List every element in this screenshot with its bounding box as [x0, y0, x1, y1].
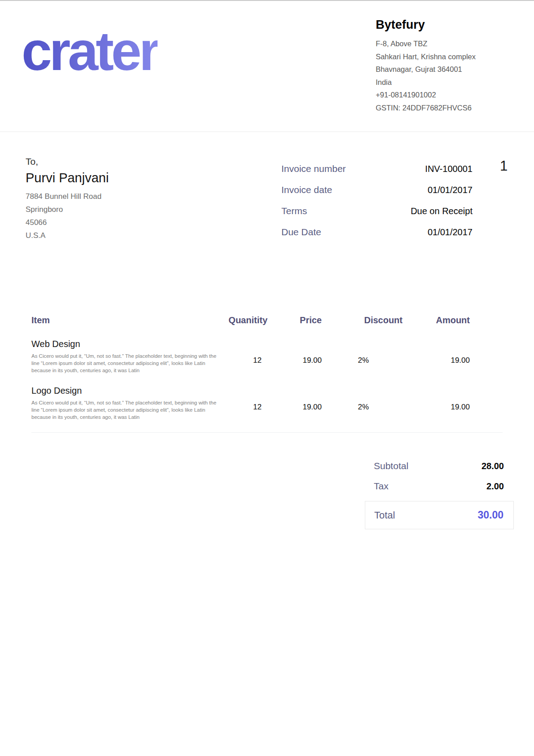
total-value: 30.00 — [477, 509, 503, 521]
invoice-date-label: Invoice date — [281, 185, 332, 195]
table-row: Web Design As Cicero would put it, “Um, … — [31, 339, 470, 374]
customer-address-line: 7884 Bunnel Hill Road — [26, 190, 109, 203]
bill-to-block: To, Purvi Panjvani 7884 Bunnel Hill Road… — [26, 156, 109, 248]
subtotal-label: Subtotal — [374, 461, 408, 471]
tax-label: Tax — [374, 481, 389, 492]
customer-address-line: 45066 — [26, 216, 109, 229]
column-header-quantity: Quanitity — [218, 315, 267, 325]
terms-label: Terms — [281, 206, 307, 216]
crater-logo: crater — [22, 27, 158, 76]
invoice-number-row: Invoice number INV-100001 — [281, 163, 473, 174]
item-name: Logo Design — [31, 386, 218, 396]
bill-to-label: To, — [26, 156, 109, 167]
invoice-date-value: 01/01/2017 — [428, 185, 473, 195]
items-table-header: Item Quanitity Price Discount Amount — [31, 315, 470, 325]
item-name: Web Design — [31, 339, 218, 349]
tax-row: Tax 2.00 — [365, 481, 514, 492]
due-date-label: Due Date — [281, 227, 321, 237]
column-header-price: Price — [267, 315, 322, 325]
tax-value: 2.00 — [486, 481, 504, 492]
invoice-date-row: Invoice date 01/01/2017 — [281, 185, 473, 195]
item-cell: Web Design As Cicero would put it, “Um, … — [31, 339, 218, 374]
customer-address-line: Springboro — [26, 203, 109, 216]
customer-address: 7884 Bunnel Hill Road Springboro 45066 U… — [26, 190, 109, 242]
subtotal-row: Subtotal 28.00 — [365, 461, 514, 471]
due-date-value: 01/01/2017 — [428, 227, 473, 237]
subtotal-value: 28.00 — [481, 461, 504, 471]
item-price: 19.00 — [267, 339, 322, 365]
item-quantity: 12 — [218, 386, 267, 412]
company-address-line: Bhavnagar, Gujrat 364001 — [376, 63, 476, 76]
invoice-page: crater Bytefury F-8, Above TBZ Sahkari H… — [0, 0, 534, 756]
terms-row: Terms Due on Receipt — [281, 206, 473, 216]
invoice-header: crater Bytefury F-8, Above TBZ Sahkari H… — [0, 1, 534, 132]
company-gstin: GSTIN: 24DDF7682FHVCS6 — [376, 101, 476, 114]
item-amount: 19.00 — [403, 386, 470, 412]
totals-section: Subtotal 28.00 Tax 2.00 Total 30.00 — [365, 461, 514, 529]
customer-name: Purvi Panjvani — [26, 171, 109, 185]
invoice-number-label: Invoice number — [281, 163, 346, 174]
column-header-amount: Amount — [403, 315, 470, 325]
item-description: As Cicero would put it, “Um, not so fast… — [31, 399, 218, 421]
item-discount: 2% — [322, 339, 403, 365]
items-table: Item Quanitity Price Discount Amount Web… — [0, 248, 534, 433]
company-address-line: India — [376, 76, 476, 89]
company-address-line: Sahkari Hart, Krishna complex — [376, 50, 476, 63]
column-header-item: Item — [31, 315, 218, 325]
item-discount: 2% — [322, 386, 403, 412]
customer-address-line: U.S.A — [26, 229, 109, 242]
item-amount: 19.00 — [403, 339, 470, 365]
table-divider — [31, 432, 503, 433]
due-date-row: Due Date 01/01/2017 — [281, 227, 473, 237]
terms-value: Due on Receipt — [411, 206, 473, 216]
company-info: Bytefury F-8, Above TBZ Sahkari Hart, Kr… — [376, 18, 476, 114]
table-row: Logo Design As Cicero would put it, “Um,… — [31, 386, 470, 421]
total-label: Total — [374, 510, 395, 521]
company-name: Bytefury — [376, 18, 476, 32]
item-price: 19.00 — [267, 386, 322, 412]
item-cell: Logo Design As Cicero would put it, “Um,… — [31, 386, 218, 421]
invoice-meta: Invoice number INV-100001 Invoice date 0… — [281, 163, 473, 248]
column-header-discount: Discount — [322, 315, 403, 325]
invoice-number-value: INV-100001 — [425, 164, 473, 174]
item-quantity: 12 — [218, 339, 267, 365]
billing-section: To, Purvi Panjvani 7884 Bunnel Hill Road… — [0, 132, 534, 248]
total-box: Total 30.00 — [365, 501, 514, 529]
item-description: As Cicero would put it, “Um, not so fast… — [31, 352, 218, 374]
company-phone: +91-08141901002 — [376, 88, 476, 101]
page-marker: 1 — [500, 158, 508, 174]
company-address: F-8, Above TBZ Sahkari Hart, Krishna com… — [376, 37, 476, 114]
company-address-line: F-8, Above TBZ — [376, 37, 476, 50]
